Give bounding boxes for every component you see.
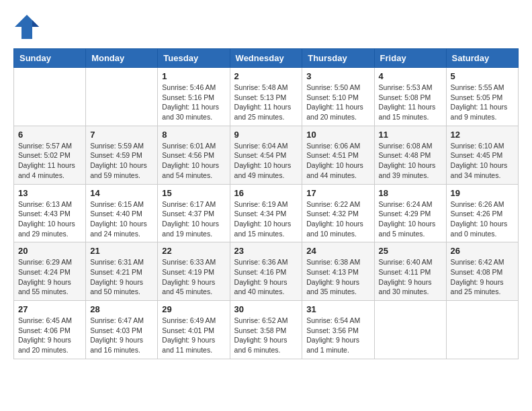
day-number: 8 [162, 130, 225, 140]
day-info: Sunrise: 6:01 AM Sunset: 4:56 PM Dayligh… [162, 141, 225, 181]
calendar-cell [86, 68, 158, 126]
day-info: Sunrise: 6:24 AM Sunset: 4:29 PM Dayligh… [379, 199, 442, 239]
day-number: 9 [234, 130, 298, 140]
day-info: Sunrise: 6:49 AM Sunset: 4:01 PM Dayligh… [162, 316, 225, 355]
weekday-header-wednesday: Wednesday [230, 49, 302, 68]
day-number: 16 [234, 188, 298, 198]
day-number: 6 [18, 130, 81, 140]
calendar-cell: 16Sunrise: 6:19 AM Sunset: 4:34 PM Dayli… [230, 184, 302, 242]
day-info: Sunrise: 6:08 AM Sunset: 4:48 PM Dayligh… [379, 141, 442, 181]
weekday-header-thursday: Thursday [302, 49, 374, 68]
day-number: 18 [379, 188, 442, 198]
calendar-cell: 21Sunrise: 6:31 AM Sunset: 4:21 PM Dayli… [86, 242, 158, 301]
day-number: 13 [18, 188, 81, 198]
day-info: Sunrise: 5:50 AM Sunset: 5:10 PM Dayligh… [306, 83, 369, 122]
day-info: Sunrise: 6:04 AM Sunset: 4:54 PM Dayligh… [234, 141, 298, 181]
day-info: Sunrise: 6:26 AM Sunset: 4:26 PM Dayligh… [451, 199, 514, 239]
calendar-cell [446, 301, 518, 359]
day-number: 5 [451, 71, 514, 81]
calendar-cell: 8Sunrise: 6:01 AM Sunset: 4:56 PM Daylig… [158, 126, 230, 184]
calendar-cell [14, 68, 86, 126]
calendar-cell: 11Sunrise: 6:08 AM Sunset: 4:48 PM Dayli… [374, 126, 446, 184]
day-number: 30 [234, 304, 298, 314]
day-number: 1 [162, 71, 225, 81]
day-number: 22 [162, 246, 225, 256]
day-number: 27 [18, 304, 81, 314]
day-number: 25 [379, 246, 442, 256]
weekday-header-tuesday: Tuesday [158, 49, 230, 68]
logo [13, 13, 40, 38]
day-info: Sunrise: 5:46 AM Sunset: 5:16 PM Dayligh… [162, 83, 225, 122]
calendar-week-1: 1Sunrise: 5:46 AM Sunset: 5:16 PM Daylig… [14, 68, 519, 126]
calendar-cell: 1Sunrise: 5:46 AM Sunset: 5:16 PM Daylig… [158, 68, 230, 126]
day-number: 31 [306, 304, 369, 314]
weekday-header-monday: Monday [86, 49, 158, 68]
calendar-cell: 12Sunrise: 6:10 AM Sunset: 4:45 PM Dayli… [446, 126, 518, 184]
calendar-cell: 18Sunrise: 6:24 AM Sunset: 4:29 PM Dayli… [374, 184, 446, 242]
day-info: Sunrise: 6:15 AM Sunset: 4:40 PM Dayligh… [90, 199, 153, 239]
weekday-header-sunday: Sunday [14, 49, 86, 68]
weekday-header-friday: Friday [374, 49, 446, 68]
day-number: 3 [306, 71, 369, 81]
day-info: Sunrise: 6:17 AM Sunset: 4:37 PM Dayligh… [162, 199, 225, 239]
day-number: 11 [379, 130, 442, 140]
day-info: Sunrise: 6:29 AM Sunset: 4:24 PM Dayligh… [18, 257, 81, 297]
calendar-cell: 31Sunrise: 6:54 AM Sunset: 3:56 PM Dayli… [302, 301, 374, 359]
calendar-cell [374, 301, 446, 359]
day-info: Sunrise: 6:42 AM Sunset: 4:08 PM Dayligh… [451, 257, 514, 297]
day-info: Sunrise: 6:47 AM Sunset: 4:03 PM Dayligh… [90, 316, 153, 355]
day-number: 29 [162, 304, 225, 314]
day-number: 4 [379, 71, 442, 81]
calendar-cell: 26Sunrise: 6:42 AM Sunset: 4:08 PM Dayli… [446, 242, 518, 301]
day-info: Sunrise: 5:48 AM Sunset: 5:13 PM Dayligh… [234, 83, 298, 122]
day-info: Sunrise: 5:53 AM Sunset: 5:08 PM Dayligh… [379, 83, 442, 122]
day-info: Sunrise: 5:59 AM Sunset: 4:59 PM Dayligh… [90, 141, 153, 181]
day-info: Sunrise: 5:57 AM Sunset: 5:02 PM Dayligh… [18, 141, 81, 181]
day-info: Sunrise: 6:52 AM Sunset: 3:58 PM Dayligh… [234, 316, 298, 355]
day-info: Sunrise: 6:10 AM Sunset: 4:45 PM Dayligh… [451, 141, 514, 181]
page-header [13, 13, 519, 38]
calendar-cell: 23Sunrise: 6:36 AM Sunset: 4:16 PM Dayli… [230, 242, 302, 301]
calendar-header-row: SundayMondayTuesdayWednesdayThursdayFrid… [14, 49, 519, 68]
day-number: 20 [18, 246, 81, 256]
day-info: Sunrise: 6:36 AM Sunset: 4:16 PM Dayligh… [234, 257, 298, 297]
calendar-cell: 7Sunrise: 5:59 AM Sunset: 4:59 PM Daylig… [86, 126, 158, 184]
day-info: Sunrise: 6:06 AM Sunset: 4:51 PM Dayligh… [306, 141, 369, 181]
calendar-cell: 3Sunrise: 5:50 AM Sunset: 5:10 PM Daylig… [302, 68, 374, 126]
day-info: Sunrise: 6:45 AM Sunset: 4:06 PM Dayligh… [18, 316, 81, 355]
calendar-week-5: 27Sunrise: 6:45 AM Sunset: 4:06 PM Dayli… [14, 301, 519, 359]
calendar-cell: 30Sunrise: 6:52 AM Sunset: 3:58 PM Dayli… [230, 301, 302, 359]
day-number: 2 [234, 71, 298, 81]
calendar-cell: 5Sunrise: 5:55 AM Sunset: 5:05 PM Daylig… [446, 68, 518, 126]
day-info: Sunrise: 6:19 AM Sunset: 4:34 PM Dayligh… [234, 199, 298, 239]
day-number: 24 [306, 246, 369, 256]
day-info: Sunrise: 6:54 AM Sunset: 3:56 PM Dayligh… [306, 316, 369, 355]
calendar-cell: 15Sunrise: 6:17 AM Sunset: 4:37 PM Dayli… [158, 184, 230, 242]
day-info: Sunrise: 6:40 AM Sunset: 4:11 PM Dayligh… [379, 257, 442, 297]
day-number: 7 [90, 130, 153, 140]
calendar-cell: 19Sunrise: 6:26 AM Sunset: 4:26 PM Dayli… [446, 184, 518, 242]
day-info: Sunrise: 6:31 AM Sunset: 4:21 PM Dayligh… [90, 257, 153, 297]
day-info: Sunrise: 6:33 AM Sunset: 4:19 PM Dayligh… [162, 257, 225, 297]
calendar-cell: 6Sunrise: 5:57 AM Sunset: 5:02 PM Daylig… [14, 126, 86, 184]
day-number: 10 [306, 130, 369, 140]
day-number: 19 [451, 188, 514, 198]
calendar-cell: 27Sunrise: 6:45 AM Sunset: 4:06 PM Dayli… [14, 301, 86, 359]
day-number: 26 [451, 246, 514, 256]
calendar-cell: 29Sunrise: 6:49 AM Sunset: 4:01 PM Dayli… [158, 301, 230, 359]
weekday-header-saturday: Saturday [446, 49, 518, 68]
day-number: 17 [306, 188, 369, 198]
day-info: Sunrise: 6:22 AM Sunset: 4:32 PM Dayligh… [306, 199, 369, 239]
day-info: Sunrise: 6:13 AM Sunset: 4:43 PM Dayligh… [18, 199, 81, 239]
calendar-cell: 20Sunrise: 6:29 AM Sunset: 4:24 PM Dayli… [14, 242, 86, 301]
logo-icon [13, 13, 38, 38]
day-number: 28 [90, 304, 153, 314]
day-number: 21 [90, 246, 153, 256]
calendar-cell: 13Sunrise: 6:13 AM Sunset: 4:43 PM Dayli… [14, 184, 86, 242]
day-info: Sunrise: 5:55 AM Sunset: 5:05 PM Dayligh… [451, 83, 514, 122]
day-number: 14 [90, 188, 153, 198]
calendar-cell: 14Sunrise: 6:15 AM Sunset: 4:40 PM Dayli… [86, 184, 158, 242]
day-number: 12 [451, 130, 514, 140]
calendar-cell: 24Sunrise: 6:38 AM Sunset: 4:13 PM Dayli… [302, 242, 374, 301]
calendar-table: SundayMondayTuesdayWednesdayThursdayFrid… [13, 48, 519, 359]
